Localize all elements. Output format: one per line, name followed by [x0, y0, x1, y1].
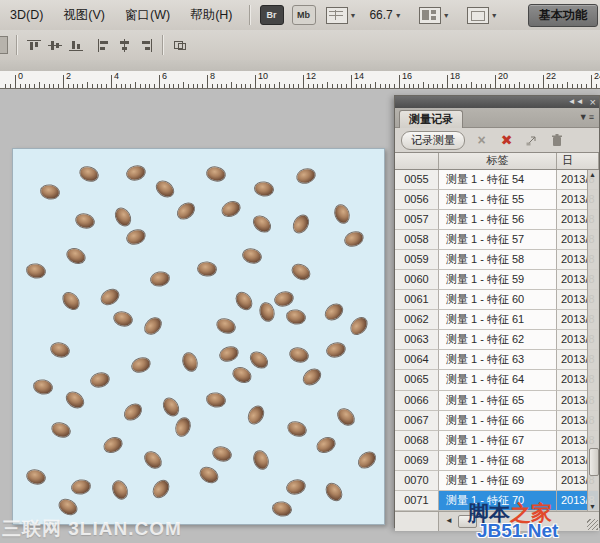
row-index-cell[interactable]: 0065 [395, 370, 439, 390]
vertical-scrollbar[interactable]: ▲ ▼ [587, 170, 599, 511]
table-row[interactable]: 0070测量 1 - 特征 692013/8 [395, 471, 599, 491]
column-header-date[interactable]: 日 [557, 153, 599, 169]
chevron-down-icon[interactable]: ▼ [443, 12, 450, 19]
row-index-cell[interactable]: 0068 [395, 431, 439, 451]
row-label-cell[interactable]: 测量 1 - 特征 62 [439, 330, 557, 350]
row-index-cell[interactable]: 0071 [395, 491, 439, 511]
menu-item-view[interactable]: 视图(V) [53, 1, 115, 29]
export-measurement-icon[interactable] [523, 132, 540, 148]
distribute-right-icon[interactable] [136, 36, 155, 54]
zoom-level-value[interactable]: 66.7 [369, 8, 392, 22]
table-row[interactable]: 0067测量 1 - 特征 662013/8 [395, 411, 599, 431]
table-row[interactable]: 0069测量 1 - 特征 682013/8 [395, 451, 599, 471]
seed-object [50, 421, 71, 439]
row-index-cell[interactable]: 0063 [395, 330, 439, 350]
align-top-edges-icon[interactable] [24, 36, 43, 54]
row-label-cell[interactable]: 测量 1 - 特征 65 [439, 391, 557, 411]
row-label-cell[interactable]: 测量 1 - 特征 61 [439, 310, 557, 330]
row-index-cell[interactable]: 0057 [395, 210, 439, 230]
ruler-tick [533, 84, 534, 88]
table-row[interactable]: 0063测量 1 - 特征 622013/8 [395, 330, 599, 350]
row-index-cell[interactable]: 0069 [395, 451, 439, 471]
align-bottom-edges-icon[interactable] [66, 36, 85, 54]
view-extras-icon[interactable] [326, 7, 348, 24]
table-row[interactable]: 0058测量 1 - 特征 572013/8 [395, 230, 599, 250]
row-index-cell[interactable]: 0060 [395, 270, 439, 290]
row-index-cell[interactable]: 0061 [395, 290, 439, 310]
scroll-left-icon[interactable]: ◄ [445, 512, 453, 531]
chevron-down-icon[interactable]: ▼ [395, 12, 402, 19]
seed-object [242, 247, 263, 264]
panel-menu-icon[interactable]: ▼≡ [579, 112, 595, 122]
table-row[interactable]: 0056测量 1 - 特征 552013/8 [395, 190, 599, 210]
auto-align-icon[interactable] [170, 36, 189, 54]
table-row[interactable]: 0057测量 1 - 特征 562013/8 [395, 210, 599, 230]
table-row[interactable]: 0061测量 1 - 特征 602013/8 [395, 290, 599, 310]
table-row[interactable]: 0065测量 1 - 特征 642013/8 [395, 370, 599, 390]
row-label-cell[interactable]: 测量 1 - 特征 55 [439, 190, 557, 210]
workspace-switcher-button[interactable]: 基本功能 [528, 4, 598, 27]
chevron-down-icon[interactable]: ▼ [491, 12, 498, 19]
align-vertical-centers-icon[interactable] [45, 36, 64, 54]
column-header-label[interactable]: 标签 [439, 153, 557, 169]
row-index-cell[interactable]: 0070 [395, 471, 439, 491]
row-index-cell[interactable]: 0058 [395, 230, 439, 250]
row-label-cell[interactable]: 测量 1 - 特征 69 [439, 471, 557, 491]
row-index-cell[interactable]: 0062 [395, 310, 439, 330]
row-label-cell[interactable]: 测量 1 - 特征 59 [439, 270, 557, 290]
scrollbar-thumb[interactable] [589, 448, 599, 476]
scroll-down-icon[interactable]: ▼ [589, 503, 596, 510]
seed-object [254, 181, 274, 196]
row-label-cell[interactable]: 测量 1 - 特征 63 [439, 350, 557, 370]
table-row[interactable]: 0068测量 1 - 特征 672013/8 [395, 431, 599, 451]
table-row[interactable]: 0060测量 1 - 特征 592013/8 [395, 270, 599, 290]
row-label-cell[interactable]: 测量 1 - 特征 56 [439, 210, 557, 230]
table-row[interactable]: 0059测量 1 - 特征 582013/8 [395, 250, 599, 270]
row-label-cell[interactable]: 测量 1 - 特征 58 [439, 250, 557, 270]
row-label-cell[interactable]: 测量 1 - 特征 67 [439, 431, 557, 451]
row-label-cell[interactable]: 测量 1 - 特征 54 [439, 170, 557, 190]
panel-resize-grip[interactable] [587, 519, 598, 530]
ruler-tick [404, 84, 405, 88]
column-header-index[interactable] [395, 153, 439, 169]
table-row[interactable]: 0062测量 1 - 特征 612013/8 [395, 310, 599, 330]
arrange-documents-icon[interactable] [419, 7, 441, 24]
table-row[interactable]: 0064测量 1 - 特征 632013/8 [395, 350, 599, 370]
row-index-cell[interactable]: 0067 [395, 411, 439, 431]
bridge-button[interactable]: Br [260, 5, 284, 25]
deselect-measurement-icon[interactable]: × [473, 132, 490, 148]
row-index-cell[interactable]: 0055 [395, 170, 439, 190]
record-measurements-button[interactable]: 记录测量 [401, 131, 465, 150]
menu-item-window[interactable]: 窗口(W) [115, 1, 180, 29]
panel-title-bar[interactable]: ◄◄ × [395, 96, 599, 108]
distribute-left-icon[interactable] [94, 36, 113, 54]
close-panel-icon[interactable]: × [590, 97, 596, 107]
chevron-down-icon[interactable]: ▼ [350, 12, 357, 19]
collapse-panel-icon[interactable]: ◄◄ [568, 97, 584, 107]
menu-item-3d[interactable]: 3D(D) [0, 1, 53, 29]
screen-mode-icon[interactable] [467, 7, 489, 24]
delete-measurement-icon[interactable]: ✖ [498, 132, 515, 148]
tab-measurement-log[interactable]: 测量记录 [399, 110, 463, 128]
trash-icon[interactable] [548, 132, 565, 148]
row-index-cell[interactable]: 0056 [395, 190, 439, 210]
distribute-center-icon[interactable] [115, 36, 134, 54]
row-label-cell[interactable]: 测量 1 - 特征 60 [439, 290, 557, 310]
mini-bridge-button[interactable]: Mb [292, 5, 316, 25]
menu-item-help[interactable]: 帮助(H) [180, 1, 242, 29]
document-canvas[interactable] [12, 148, 385, 525]
row-label-cell[interactable]: 测量 1 - 特征 57 [439, 230, 557, 250]
row-index-cell[interactable]: 0059 [395, 250, 439, 270]
clipped-tool-icon[interactable] [0, 36, 8, 54]
row-label-cell[interactable]: 测量 1 - 特征 64 [439, 370, 557, 390]
row-label-cell[interactable]: 测量 1 - 特征 66 [439, 411, 557, 431]
row-index-cell[interactable]: 0066 [395, 391, 439, 411]
row-index-cell[interactable]: 0064 [395, 350, 439, 370]
scroll-up-icon[interactable]: ▲ [589, 171, 596, 178]
panel-tab-bar: 测量记录 ▼≡ [395, 108, 599, 128]
table-row[interactable]: 0066测量 1 - 特征 652013/8 [395, 391, 599, 411]
row-label-cell[interactable]: 测量 1 - 特征 68 [439, 451, 557, 471]
seed-object [126, 164, 147, 181]
seed-object [90, 371, 111, 388]
table-row[interactable]: 0055测量 1 - 特征 542013/8 [395, 170, 599, 190]
